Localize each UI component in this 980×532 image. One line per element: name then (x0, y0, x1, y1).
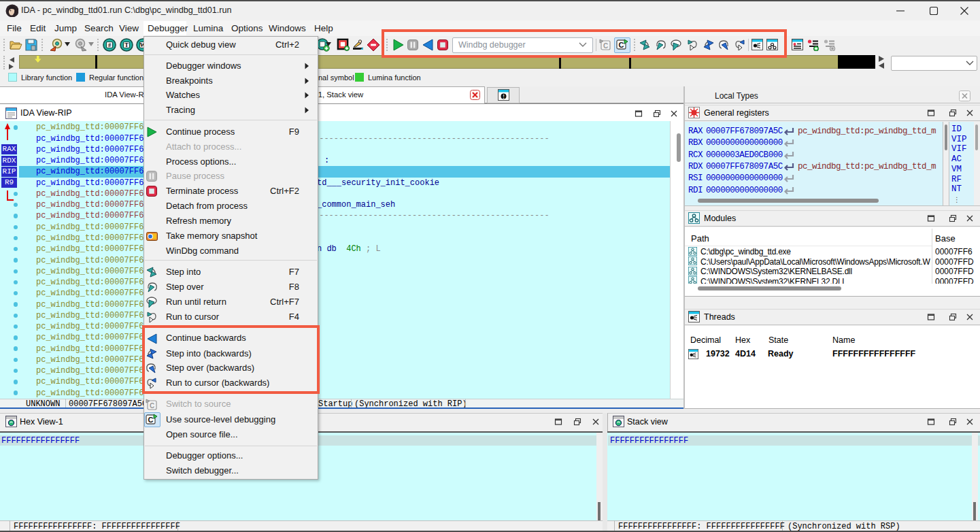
svg-text:C: C (148, 416, 154, 424)
svg-text:!: ! (503, 94, 505, 100)
svg-text:C: C (150, 402, 154, 410)
svg-text:T: T (124, 41, 129, 48)
